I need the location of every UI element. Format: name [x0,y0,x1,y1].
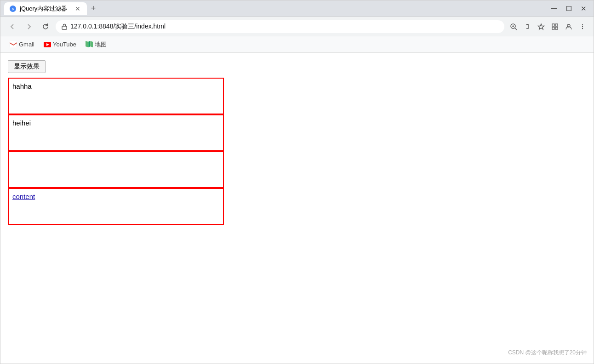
gmail-label: Gmail [19,41,34,48]
content-link[interactable]: content [12,193,35,200]
svg-rect-3 [566,6,571,11]
tab-favicon: $ [10,6,16,12]
address-bar: 127.0.0.1:8848/实验三/index.html [0,17,594,36]
zoom-icon[interactable] [508,21,519,32]
youtube-label: YouTube [53,41,76,48]
svg-point-16 [582,24,583,25]
maps-favicon [86,41,93,48]
window-close-button[interactable]: ✕ [577,2,590,15]
address-text: 127.0.0.1:8848/实验三/index.html [70,23,166,31]
back-button[interactable] [6,20,19,33]
content-box-1-text: hahha [12,82,32,90]
content-box-2-text: heihei [12,119,31,127]
svg-text:$: $ [12,7,14,11]
share-icon[interactable] [522,21,533,32]
browser-window: $ jQuery内容过滤器 ✕ + ✕ [0,0,594,364]
bookmark-youtube[interactable]: YouTube [40,39,80,50]
youtube-favicon [44,41,51,48]
gmail-favicon [10,41,17,48]
bookmark-gmail[interactable]: Gmail [6,39,38,50]
maps-label: 地图 [95,40,107,49]
reload-button[interactable] [39,20,52,33]
svg-rect-14 [555,27,558,29]
svg-rect-19 [10,42,17,47]
svg-rect-12 [555,24,558,26]
watermark: CSDN @这个昵称我想了20分钟 [508,349,587,357]
window-maximize-button[interactable] [562,2,575,15]
active-tab[interactable]: $ jQuery内容过滤器 ✕ [4,2,87,15]
show-effect-button[interactable]: 显示效果 [8,60,46,73]
window-minimize-button[interactable] [548,2,560,15]
content-box-4: content [8,188,224,225]
tab-title: jQuery内容过滤器 [20,5,67,13]
svg-rect-11 [552,24,554,26]
svg-point-17 [582,26,583,27]
svg-marker-23 [88,41,90,47]
content-box-3 [8,151,224,188]
tab-strip: $ jQuery内容过滤器 ✕ + [4,2,544,15]
svg-rect-4 [62,26,67,29]
title-bar: $ jQuery内容过滤器 ✕ + ✕ [0,0,594,17]
window-controls: ✕ [548,2,590,15]
extensions-icon[interactable] [549,21,560,32]
bookmark-star-icon[interactable] [536,21,547,32]
page-content: 显示效果 hahha heihei content [0,53,594,364]
svg-marker-10 [538,24,544,29]
forward-button[interactable] [23,20,35,33]
address-bar-icons [508,21,588,32]
content-box-1: hahha [8,78,224,114]
menu-icon[interactable] [577,21,588,32]
address-input-wrapper[interactable]: 127.0.0.1:8848/实验三/index.html [56,20,504,33]
content-box-2: heihei [8,114,224,151]
svg-rect-13 [552,27,554,29]
profile-icon[interactable] [563,21,574,32]
svg-point-18 [582,28,583,28]
bookmark-maps[interactable]: 地图 [82,39,110,51]
svg-rect-2 [551,8,557,9]
lock-icon [61,23,68,30]
new-tab-button[interactable]: + [87,2,100,15]
svg-line-6 [515,28,517,30]
bookmarks-bar: Gmail YouTube 地图 [0,36,594,53]
tab-close-button[interactable]: ✕ [74,5,81,12]
